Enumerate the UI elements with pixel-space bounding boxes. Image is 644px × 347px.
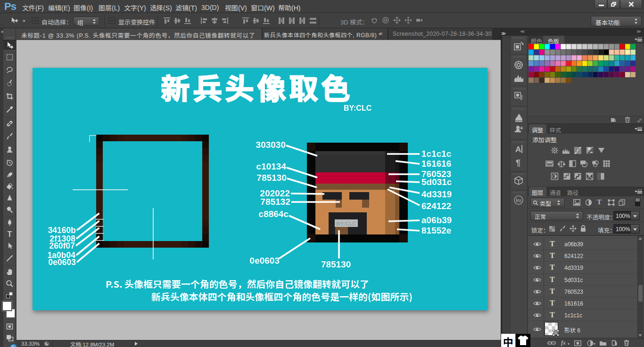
svg-text:新兵头像取色: 新兵头像取色 [161,68,353,108]
svg-text:624122: 624122 [421,201,451,211]
svg-text:BY:CLC: BY:CLC [336,221,356,226]
svg-text:303030: 303030 [256,140,286,150]
svg-text:¶: ¶ [516,158,520,168]
svg-text:A: A [515,145,521,154]
svg-text:81552e: 81552e [421,226,451,235]
svg-text:4d3319: 4d3319 [421,189,452,199]
svg-text:785130: 785130 [257,173,287,183]
svg-text:0e0603: 0e0603 [49,258,76,267]
svg-text:c8864c: c8864c [259,209,289,219]
svg-text:34160b: 34160b [48,226,76,235]
svg-text:a06b39: a06b39 [421,215,452,225]
svg-text:BY:CLC: BY:CLC [344,104,372,112]
svg-text:1c1c1c: 1c1c1c [421,149,452,159]
svg-text:785132: 785132 [261,197,290,207]
svg-text:P.S. 头像框只需要一个角的色号，然后你自己镜像翻转就可以: P.S. 头像框只需要一个角的色号，然后你自己镜像翻转就可以了 [106,277,369,291]
svg-text:c10134: c10134 [256,161,287,171]
svg-text:ku: ku [516,198,521,203]
svg-text:0e0603: 0e0603 [250,256,280,266]
svg-text:5d031c: 5d031c [421,177,452,187]
svg-text:260f07: 260f07 [50,241,75,250]
svg-text:785130: 785130 [321,259,351,269]
svg-text:T: T [8,230,12,238]
svg-text:新兵头像本体四个角和头像框四个角的色号是一样的(如图所示): 新兵头像本体四个角和头像框四个角的色号是一样的(如图所示) [151,290,413,303]
svg-text:161616: 161616 [421,159,451,169]
